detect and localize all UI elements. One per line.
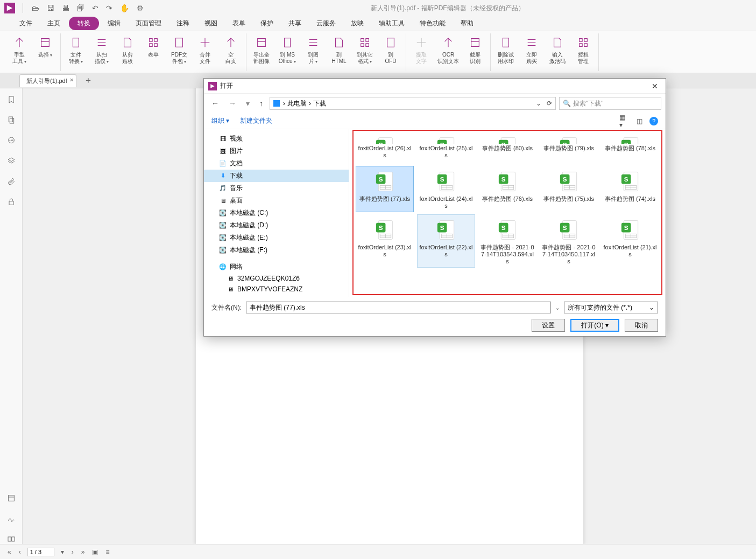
file-事件趋势图 - 2021-07-14T103543.594.xls[interactable]: S 事件趋势图 - 2021-07-14T103543.594.xls — [478, 214, 536, 268]
qat-undo-icon[interactable]: ↶ — [92, 4, 98, 12]
filename-dropdown-icon[interactable]: ⌄ — [555, 305, 560, 311]
tree-视频[interactable]: 🎞视频 — [204, 132, 349, 145]
tree-本地磁盘 (C:)[interactable]: 💽本地磁盘 (C:) — [204, 207, 349, 219]
tree-32MGOJZEEQK01Z6[interactable]: 🖥32MGOJZEEQK01Z6 — [204, 273, 349, 284]
ribbon-截屏识别[interactable]: 截屏 识别 — [465, 33, 485, 65]
menu-注释[interactable]: 注释 — [170, 17, 196, 30]
ribbon-手型工具[interactable]: 手型 工具 ▾ — [10, 33, 29, 65]
menu-辅助工具[interactable]: 辅助工具 — [372, 17, 411, 30]
qat-save-icon[interactable]: 🖫 — [47, 4, 54, 12]
ribbon-从扫描仪[interactable]: 从扫 描仪 ▾ — [92, 33, 111, 65]
bookmark-icon[interactable] — [6, 95, 16, 104]
menu-转换[interactable]: 转换 — [69, 17, 99, 30]
tree-音乐[interactable]: 🎵音乐 — [204, 182, 349, 194]
nav-recent-icon[interactable]: ▾ — [243, 99, 253, 108]
attachment-icon[interactable] — [6, 177, 16, 186]
tree-图片[interactable]: 🖼图片 — [204, 145, 349, 157]
comments-icon[interactable] — [6, 136, 16, 145]
cancel-button[interactable]: 取消 — [625, 319, 658, 332]
ribbon-空白页[interactable]: 空 白页 — [221, 33, 241, 65]
nav-forward-icon[interactable]: → — [225, 99, 239, 108]
ribbon-输入激活码[interactable]: 输入 激活码 — [548, 33, 567, 65]
menu-特色功能[interactable]: 特色功能 — [413, 17, 452, 30]
menu-视图[interactable]: 视图 — [198, 17, 224, 30]
new-tab-button[interactable]: ＋ — [79, 75, 98, 86]
reflow-icon[interactable]: ≡ — [104, 548, 110, 556]
qat-print-icon[interactable]: 🖶 — [62, 4, 69, 12]
qat-redo-icon[interactable]: ↷ — [106, 4, 112, 12]
menu-表单[interactable]: 表单 — [226, 17, 252, 30]
ribbon-删除试用水印[interactable]: 删除试 用水印 — [496, 33, 515, 65]
file-事件趋势图 (75).xls[interactable]: S 事件趋势图 (75).xls — [540, 166, 598, 212]
qat-settings-icon[interactable]: ⚙ — [137, 4, 144, 12]
qat-hand-icon[interactable]: ✋ — [120, 4, 129, 12]
pages-icon[interactable] — [6, 115, 16, 125]
location-bar[interactable]: › 此电脑 › 下载 ⌄ ⟳ — [270, 97, 556, 110]
breadcrumb-0[interactable]: 此电脑 — [287, 99, 307, 108]
search-box[interactable]: 🔍 搜索"下载" — [559, 97, 661, 110]
ribbon-表单[interactable]: 表单 — [144, 33, 163, 58]
ribbon-选择[interactable]: 选择 ▾ — [36, 33, 55, 59]
file-事件趋势图 - 2021-07-14T103450.117.xls[interactable]: S 事件趋势图 - 2021-07-14T103450.117.xls — [540, 214, 598, 268]
file-事件趋势图 (77).xls[interactable]: S 事件趋势图 (77).xls — [356, 166, 414, 212]
next-page-icon[interactable]: › — [70, 548, 75, 556]
file-事件趋势图 (78).xls[interactable]: S 事件趋势图 (78).xls — [601, 131, 659, 162]
layers-icon[interactable] — [6, 156, 16, 166]
file-foxitOrderList (23).xls[interactable]: S foxitOrderList (23).xls — [356, 214, 414, 268]
menu-页面管理[interactable]: 页面管理 — [129, 17, 168, 30]
file-foxitOrderList (21).xls[interactable]: S foxitOrderList (21).xls — [601, 214, 659, 268]
tree-本地磁盘 (D:)[interactable]: 💽本地磁盘 (D:) — [204, 219, 349, 232]
file-foxitOrderList (25).xls[interactable]: S foxitOrderList (25).xls — [417, 131, 475, 162]
ribbon-授权管理[interactable]: 授权 管理 — [574, 33, 593, 65]
ribbon-到其它格式[interactable]: 到其它 格式 ▾ — [355, 33, 375, 65]
open-button[interactable]: 打开(O) ▾ — [570, 319, 619, 332]
dialog-close-icon[interactable]: ✕ — [648, 82, 661, 90]
ribbon-从剪贴板[interactable]: 从剪 贴板 — [118, 33, 137, 65]
file-foxitOrderList (26).xls[interactable]: S foxitOrderList (26).xls — [356, 131, 414, 162]
menu-放映[interactable]: 放映 — [344, 17, 370, 30]
menu-帮助[interactable]: 帮助 — [454, 17, 480, 30]
menu-主页[interactable]: 主页 — [41, 17, 67, 30]
organize-button[interactable]: 组织 ▾ — [211, 116, 229, 125]
menu-云服务[interactable]: 云服务 — [310, 17, 342, 30]
ribbon-到HTML[interactable]: 到 HTML — [329, 33, 349, 65]
location-dropdown-icon[interactable]: ⌄ — [536, 100, 541, 107]
document-tab[interactable]: 新人引导(1).pdf ✕ — [19, 74, 76, 87]
settings-button[interactable]: 设置 — [532, 319, 565, 332]
tab-close-icon[interactable]: ✕ — [69, 77, 74, 83]
fields-icon[interactable] — [6, 493, 16, 503]
prev-page-icon[interactable]: ‹ — [18, 548, 22, 556]
view-mode-icon[interactable]: ▦ ▾ — [619, 116, 629, 126]
file-foxitOrderList (24).xls[interactable]: S foxitOrderList (24).xls — [417, 166, 475, 212]
signature-icon[interactable] — [6, 514, 16, 523]
menu-编辑[interactable]: 编辑 — [101, 17, 127, 30]
page-dropdown-icon[interactable]: ▾ — [60, 548, 65, 556]
tree-BMPXVTYVOFEAZNZ[interactable]: 🖥BMPXVTYVOFEAZNZ — [204, 284, 349, 295]
ribbon-OCR识别文本[interactable]: OCR 识别文本 — [437, 33, 459, 65]
nav-back-icon[interactable]: ← — [208, 99, 222, 108]
menu-保护[interactable]: 保护 — [254, 17, 280, 30]
menu-文件[interactable]: 文件 — [13, 17, 39, 30]
security-icon[interactable] — [6, 197, 16, 207]
ribbon-立即购买[interactable]: 立即 购买 — [522, 33, 541, 65]
file-事件趋势图 (76).xls[interactable]: S 事件趋势图 (76).xls — [478, 166, 536, 212]
ribbon-导出全部图像[interactable]: 导出全 部图像 — [252, 33, 271, 65]
tree-本地磁盘 (F:)[interactable]: 💽本地磁盘 (F:) — [204, 244, 349, 256]
breadcrumb-1[interactable]: 下载 — [313, 99, 326, 108]
last-page-icon[interactable]: » — [80, 548, 86, 556]
file-foxitOrderList (22).xls[interactable]: S foxitOrderList (22).xls — [417, 214, 475, 268]
filename-input[interactable] — [246, 302, 551, 313]
tree-本地磁盘 (E:)[interactable]: 💽本地磁盘 (E:) — [204, 232, 349, 244]
ribbon-合并文件[interactable]: 合并 文件 — [195, 33, 215, 65]
qat-open-icon[interactable]: 🗁 — [32, 4, 39, 12]
tree-桌面[interactable]: 🖥桌面 — [204, 194, 349, 207]
tree-文档[interactable]: 📄文档 — [204, 157, 349, 170]
first-page-icon[interactable]: « — [6, 548, 12, 556]
help-icon[interactable]: ? — [649, 117, 658, 125]
file-事件趋势图 (74).xls[interactable]: S 事件趋势图 (74).xls — [601, 166, 659, 212]
compare-icon[interactable] — [6, 534, 16, 544]
tree-下载[interactable]: ⬇下载 — [204, 170, 349, 182]
fit-page-icon[interactable]: ▣ — [91, 548, 99, 556]
file-事件趋势图 (79).xls[interactable]: S 事件趋势图 (79).xls — [540, 131, 598, 162]
ribbon-到OFD[interactable]: 到 OFD — [381, 33, 400, 65]
